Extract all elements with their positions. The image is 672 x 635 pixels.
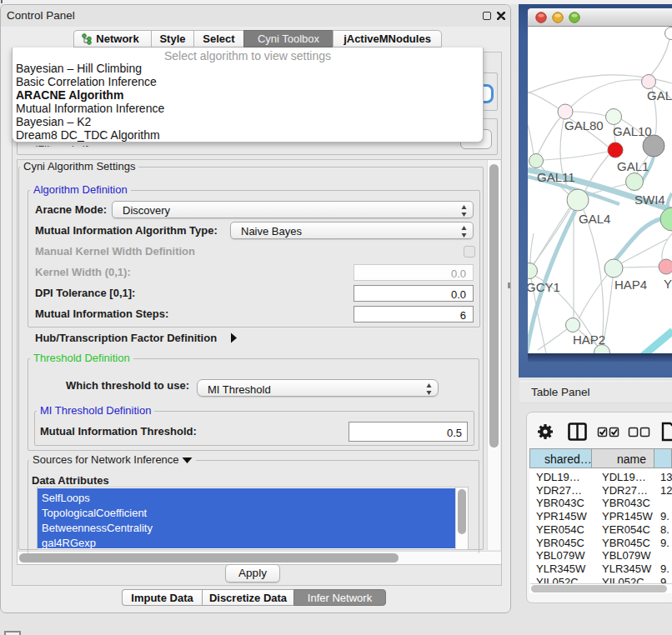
svg-text:HAP4: HAP4 xyxy=(614,278,647,292)
svg-text:GCY1: GCY1 xyxy=(528,280,560,294)
svg-text:GAL2: GAL2 xyxy=(647,88,672,102)
svg-text:GAL80: GAL80 xyxy=(564,118,604,132)
svg-text:GAL1: GAL1 xyxy=(617,159,649,173)
svg-text:YJR048W: YJR048W xyxy=(664,277,672,291)
svg-text:SWI4: SWI4 xyxy=(634,192,665,207)
svg-text:GAL4: GAL4 xyxy=(579,212,610,226)
svg-text:GAL10: GAL10 xyxy=(613,124,652,138)
svg-text:HAP2: HAP2 xyxy=(573,332,605,347)
svg-text:GAL11: GAL11 xyxy=(537,170,575,184)
